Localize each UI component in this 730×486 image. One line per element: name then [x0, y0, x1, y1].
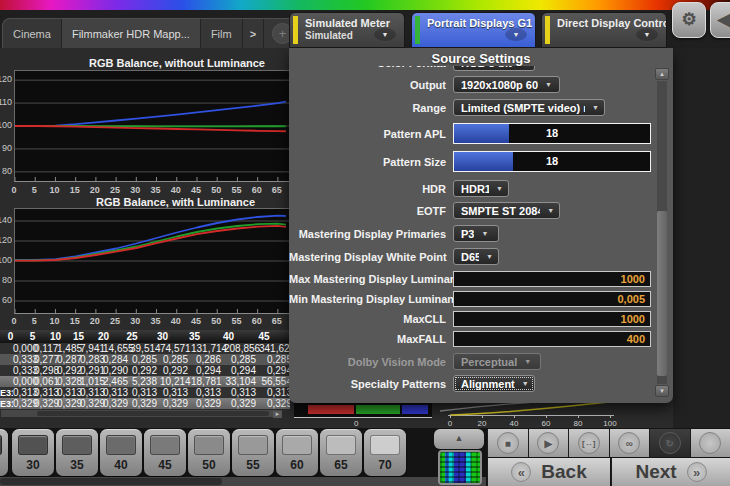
pattern-level-button-partial[interactable]	[0, 429, 8, 476]
device-tab-portrait-displays-g1[interactable]: Portrait Displays G1▼	[411, 12, 536, 48]
pattern-window-button[interactable]: [↔]	[568, 429, 609, 457]
settings-gear-button[interactable]: ⚙	[672, 2, 706, 38]
loop-button[interactable]: ∞	[609, 429, 650, 457]
pattern-size-slider[interactable]: 18	[453, 151, 651, 172]
field-label: Range	[289, 102, 453, 114]
range-dropdown[interactable]: Limited (SMPTE video) range▼	[453, 99, 605, 116]
collapse-panel-button[interactable]: ◀	[710, 2, 730, 38]
column-header: 5	[21, 330, 44, 343]
table-cell: 0,285	[160, 354, 191, 365]
hdr-dropdown[interactable]: HDR10▼	[453, 180, 509, 197]
table-cell: 0,329	[57, 398, 80, 409]
axis-tick	[546, 415, 547, 418]
device-tab-label: Simulated Meter	[305, 17, 404, 29]
level-swatch	[0, 435, 2, 455]
scroll-up-arrow-icon[interactable]: ▲	[655, 68, 669, 80]
output-dropdown[interactable]: 1920x1080p 60▼	[453, 76, 560, 93]
max-mastering-display-luminance-input[interactable]: 1000	[453, 271, 651, 287]
eotf-dropdown[interactable]: SMPTE ST 2084▼	[453, 202, 560, 219]
indicator-icon	[699, 432, 721, 454]
table-cell: 0,294	[191, 365, 224, 376]
back-button[interactable]: « Back	[487, 458, 610, 486]
pattern-level-button-40[interactable]: 40	[100, 429, 142, 476]
level-label: 55	[232, 458, 274, 472]
chevron-down-icon: ▼	[592, 104, 599, 111]
axis-tick-label: 100	[603, 419, 616, 428]
chevron-down-icon[interactable]: ▼	[636, 28, 658, 41]
table-scrollbar-thumb[interactable]	[37, 411, 269, 416]
table-row: E310,3290,3290,3290,3290,3290,3290,3290,…	[0, 398, 290, 409]
table-horizontal-scrollbar[interactable]: ►	[0, 409, 283, 418]
play-button[interactable]: ▶	[528, 429, 569, 457]
chevron-left-icon: ◀	[717, 10, 730, 29]
device-tab-simulated-meter[interactable]: Simulated MeterSimulated▼	[289, 12, 405, 48]
table-cell: 0,313	[130, 387, 160, 398]
tab-overflow-button[interactable]: >	[243, 19, 264, 48]
pattern-level-button-35[interactable]: 35	[56, 429, 98, 476]
table-cell: 0,313	[259, 387, 290, 398]
mastering-display-primaries-dropdown[interactable]: P3▼	[453, 225, 499, 242]
device-tab-direct-display-control[interactable]: Direct Display Control▼	[541, 12, 667, 48]
specialty-patterns-dropdown[interactable]: Alignment▼	[453, 375, 535, 392]
levels-scrollbar-thumb[interactable]	[0, 478, 222, 485]
table-cell: 0,277	[34, 354, 57, 365]
table-cell: 0,285	[130, 354, 160, 365]
table-row: 0,3330,2770,2870,2830,2840,2850,2850,286…	[0, 354, 290, 365]
scroll-right-arrow-icon[interactable]: ►	[273, 411, 282, 418]
chart2-x-axis: 05101520253035404550556065	[14, 316, 290, 327]
pattern-level-button-30[interactable]: 30	[12, 429, 54, 476]
table-cell: 0,328	[57, 376, 80, 387]
chart2-y-axis: 6080100120140	[0, 208, 13, 314]
refresh-button[interactable]: ↻	[649, 429, 690, 457]
tab-filmmaker-hdr-mapp[interactable]: Filmmaker HDR Mapp...	[62, 19, 201, 48]
pattern-level-button-50[interactable]: 50	[188, 429, 230, 476]
pattern-level-button-60[interactable]: 60	[276, 429, 318, 476]
test-pattern-thumbnail[interactable]	[438, 450, 482, 485]
chevron-up-icon: ▲	[455, 433, 464, 443]
color-format-dropdown[interactable]: RGB 8-bit▼	[453, 66, 535, 71]
axis-tick-label: 0	[448, 419, 452, 428]
scrollbar-thumb[interactable]	[657, 211, 667, 376]
pattern-level-button-45[interactable]: 45	[144, 429, 186, 476]
column-header: 30	[147, 330, 178, 343]
min-mastering-display-luminance-input[interactable]: 0,005	[453, 291, 651, 307]
field-label: Mastering Display Primaries	[289, 228, 453, 240]
mastering-display-white-point-dropdown[interactable]: D65▼	[453, 248, 499, 265]
column-header: 25	[117, 330, 147, 343]
maxfall-input[interactable]: 400	[453, 331, 651, 347]
pattern-panel-collapse-button[interactable]: ▲	[434, 429, 484, 449]
field-label: MaxCLL	[289, 313, 453, 325]
table-cell: 0,285	[224, 354, 259, 365]
transport-controls: ■▶[↔]∞↻	[487, 429, 730, 457]
pattern-level-button-65[interactable]: 65	[320, 429, 362, 476]
chart-title-rgb-balance-without-luminance: RGB Balance, without Luminance	[0, 57, 290, 69]
maxcll-input[interactable]: 1000	[453, 311, 651, 327]
pattern-level-button-70[interactable]: 70	[364, 429, 406, 476]
tab-cinema[interactable]: Cinema	[3, 19, 62, 48]
level-label: 60	[276, 458, 318, 472]
levels-horizontal-scrollbar[interactable]	[0, 477, 486, 486]
next-button[interactable]: Next »	[611, 458, 730, 486]
pattern-apl-slider[interactable]: 18	[453, 123, 651, 144]
tab-film[interactable]: Film	[201, 19, 243, 48]
chevron-down-icon[interactable]: ▼	[505, 28, 527, 41]
table-cell: 0,333	[13, 354, 34, 365]
table-cell: 0,313	[13, 387, 34, 398]
indicator-button[interactable]	[690, 429, 730, 457]
back-button-label: Back	[541, 461, 586, 483]
field-label: Pattern Size	[289, 156, 453, 168]
axis-tick	[610, 415, 611, 418]
field-label: Max Mastering Display Luminance	[289, 273, 453, 285]
dialog-scrollbar[interactable]: ▲ ▼	[655, 68, 669, 397]
table-cell: 74,571	[160, 343, 191, 354]
field-label: Dolby Vision Mode	[289, 356, 453, 368]
scroll-down-arrow-icon[interactable]: ▼	[655, 385, 669, 397]
pattern-level-button-55[interactable]: 55	[232, 429, 274, 476]
table-cell: 131,714	[191, 343, 224, 354]
tab-accent-bar	[415, 16, 420, 44]
stop-button[interactable]: ■	[487, 429, 528, 457]
chevron-down-icon[interactable]: ▼	[374, 28, 396, 41]
column-header: 40	[211, 330, 246, 343]
field-label: MaxFALL	[289, 333, 453, 345]
field-label: HDR	[289, 183, 453, 195]
